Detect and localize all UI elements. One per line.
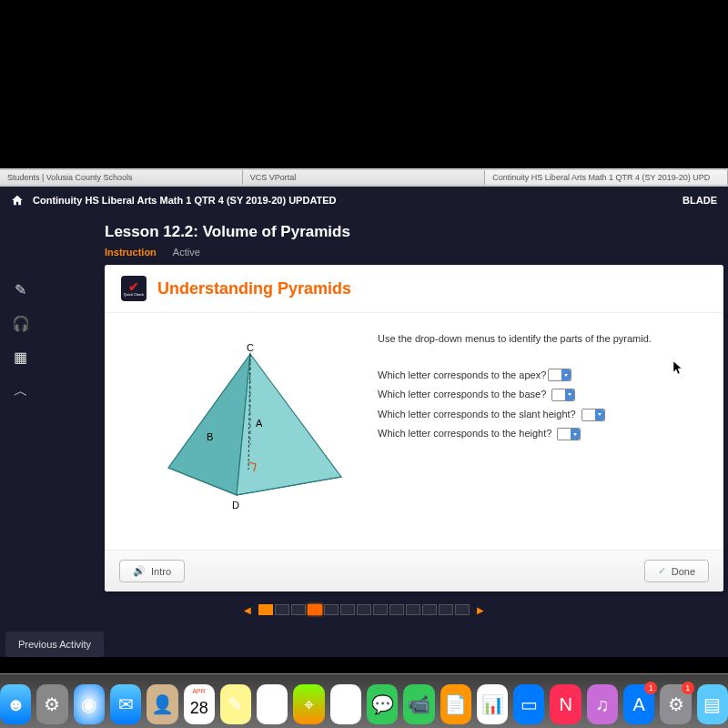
browser-tab-strip: Students | Volusia County Schools VCS VP… — [0, 168, 728, 187]
question-intro: Use the drop-down menus to identify the … — [378, 331, 705, 348]
question-height: Which letter corresponds to the height? — [378, 426, 551, 442]
intro-button[interactable]: 🔊 Intro — [119, 560, 185, 582]
dock-launchpad-icon[interactable]: ⚙ — [36, 684, 67, 724]
previous-activity-button[interactable]: Previous Activity — [5, 632, 104, 657]
tab-instruction[interactable]: Instruction — [105, 247, 157, 258]
lesson-area: Lesson 12.2: Volume of Pyramids Instruct… — [0, 214, 728, 657]
progress-step[interactable] — [291, 604, 306, 615]
progress-step[interactable] — [455, 604, 470, 615]
question-base: Which letter corresponds to the base? — [378, 387, 546, 403]
course-title: Continuity HS Liberal Arts Math 1 QTR 4 … — [33, 195, 337, 206]
dock-safari-icon[interactable]: ◉ — [74, 684, 105, 724]
lesson-title: Lesson 12.2: Volume of Pyramids — [105, 223, 728, 241]
progress-step[interactable] — [258, 604, 273, 615]
browser-tab-1[interactable]: Students | Volusia County Schools — [0, 170, 243, 185]
dock-calendar-icon[interactable]: APR28 — [184, 684, 215, 724]
quick-check-badge: Quick Check — [121, 276, 147, 301]
dock-finder-icon[interactable]: ☻ — [0, 684, 31, 724]
dock-itunes-icon[interactable]: ♫ — [587, 684, 618, 724]
dock-notes-icon[interactable]: ✎ — [220, 684, 251, 724]
dock-settings-icon[interactable]: ⚙1 — [660, 684, 691, 724]
dock-facetime-icon[interactable]: 📹 — [403, 684, 434, 724]
progress-bar: ◀ ▶ — [0, 599, 728, 621]
left-toolbar: ✎ 🎧 ▦ ︿ — [0, 265, 41, 418]
speaker-icon: 🔊 — [133, 565, 146, 577]
lesson-tabs: Instruction Active — [105, 247, 728, 258]
question-slant: Which letter corresponds to the slant he… — [378, 407, 576, 423]
black-letterbox-top — [0, 0, 728, 168]
label-C: C — [247, 342, 254, 353]
dock-keynote-icon[interactable]: ▭ — [513, 684, 544, 724]
user-name: BLADE — [682, 195, 717, 206]
dropdown-height[interactable] — [557, 428, 581, 440]
browser-tab-2[interactable]: VCS VPortal — [243, 170, 486, 185]
done-button[interactable]: ✓ Done — [644, 560, 709, 582]
calculator-icon[interactable]: ▦ — [14, 349, 27, 366]
progress-step[interactable] — [275, 604, 289, 615]
progress-prev-icon[interactable]: ◀ — [238, 605, 257, 615]
progress-step[interactable] — [373, 604, 388, 615]
dock-contacts-icon[interactable]: 👤 — [147, 684, 177, 724]
check-icon: ✓ — [658, 565, 666, 577]
question-area: Use the drop-down menus to identify the … — [378, 331, 705, 531]
dock-reminders-icon[interactable]: ☑ — [257, 684, 288, 724]
tab-active[interactable]: Active — [173, 247, 200, 258]
dock-other-icon[interactable]: ▤ — [697, 684, 728, 724]
dock-photos-icon[interactable]: ❀ — [330, 684, 361, 724]
dock-appstore-icon[interactable]: A1 — [623, 684, 654, 724]
dropdown-apex[interactable] — [548, 369, 571, 381]
progress-step[interactable] — [340, 604, 355, 615]
dock-mail-icon[interactable]: ✉ — [110, 684, 141, 724]
progress-step[interactable] — [422, 604, 437, 615]
dropdown-slant[interactable] — [581, 409, 605, 421]
label-A: A — [256, 418, 263, 429]
dock-messages-icon[interactable]: 💬 — [367, 684, 398, 724]
panel-title: Understanding Pyramids — [157, 279, 351, 298]
progress-next-icon[interactable]: ▶ — [471, 605, 490, 615]
dock-numbers-icon[interactable]: 📊 — [477, 684, 508, 724]
browser-tab-3[interactable]: Continuity HS Liberal Arts Math 1 QTR 4 … — [485, 170, 728, 185]
svg-marker-1 — [237, 354, 341, 495]
label-D: D — [232, 500, 239, 511]
dock-pages-icon[interactable]: 📄 — [440, 684, 471, 724]
progress-step[interactable] — [324, 604, 339, 615]
progress-step[interactable] — [357, 604, 371, 615]
course-header-bar: Continuity HS Liberal Arts Math 1 QTR 4 … — [0, 187, 728, 214]
progress-step[interactable] — [406, 604, 420, 615]
progress-step[interactable] — [308, 604, 322, 615]
svg-marker-0 — [168, 354, 250, 495]
lesson-content-panel: Quick Check Understanding Pyramids — [105, 265, 723, 592]
pyramid-figure: C A B D — [123, 331, 378, 531]
question-apex: Which letter corresponds to the apex? — [378, 368, 546, 384]
dock-maps-icon[interactable]: ⌖ — [293, 684, 324, 724]
home-icon[interactable] — [11, 194, 24, 207]
progress-step[interactable] — [439, 604, 453, 615]
dock-news-icon[interactable]: N — [550, 684, 581, 724]
progress-step[interactable] — [389, 604, 404, 615]
collapse-icon[interactable]: ︿ — [14, 382, 28, 401]
label-B: B — [207, 431, 213, 442]
headphones-icon[interactable]: 🎧 — [12, 315, 30, 332]
macos-dock: ☻⚙◉✉👤APR28✎☑⌖❀💬📹📄📊▭N♫A1⚙1▤ — [0, 673, 728, 728]
pencil-icon[interactable]: ✎ — [15, 281, 26, 298]
dropdown-base[interactable] — [551, 389, 575, 401]
